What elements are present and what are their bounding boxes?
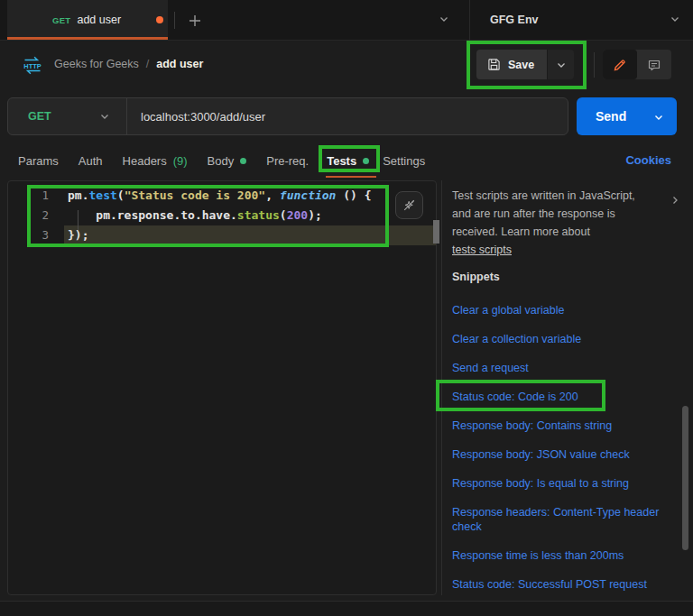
breadcrumb-separator: /	[146, 58, 149, 70]
http-request-icon: HTTP	[22, 55, 43, 76]
panel-scrollbar[interactable]	[682, 406, 688, 550]
description-line: Test scripts are written in JavaScript,	[452, 187, 667, 205]
save-button-group: Save	[476, 50, 574, 79]
unsaved-changes-dot	[156, 16, 163, 23]
snippet-link[interactable]: Response body: Contains string	[452, 418, 678, 433]
code-token: pm.	[68, 188, 88, 202]
request-tab-tests[interactable]: Tests	[327, 150, 369, 171]
method-value: GET	[28, 110, 51, 123]
request-tabs: ParamsAuthHeaders(9)BodyPre-req.TestsSet…	[0, 144, 693, 177]
plus-icon	[189, 14, 201, 27]
tab-bar: GET add user GFG Env	[0, 0, 693, 41]
postman-app: GET add user GFG Env HTTP Geeks for Geek…	[0, 0, 693, 616]
code-line: 2 pm.response.to.have.status(200);	[8, 206, 436, 225]
snippet-link[interactable]: Response headers: Content-Type header ch…	[452, 505, 678, 534]
indent-guide	[78, 210, 79, 230]
tab-method-badge: GET	[52, 15, 70, 25]
code-text: pm.response.to.have.status(200);	[64, 206, 436, 225]
code-area: 1pm.test("Status code is 200", function …	[8, 186, 436, 245]
description-line: received. Learn more about	[452, 223, 667, 241]
code-token: });	[68, 228, 88, 242]
annotation-box-snippet	[436, 380, 605, 411]
code-token: 200	[287, 208, 308, 222]
environment-name: GFG Env	[490, 14, 538, 26]
comments-button[interactable]	[637, 50, 671, 79]
request-tab-settings[interactable]: Settings	[383, 150, 425, 171]
tests-scripts-link[interactable]: tests scripts	[452, 244, 512, 256]
code-token: );	[308, 208, 322, 222]
snippets-title: Snippets	[452, 271, 500, 283]
send-button[interactable]: Send	[577, 97, 677, 135]
line-number: 1	[8, 186, 64, 206]
code-token: ,	[265, 188, 280, 202]
snippet-link[interactable]: Response time is less than 200ms	[452, 548, 678, 563]
tab-title: add user	[77, 14, 121, 26]
environment-divider	[469, 0, 470, 41]
postbot-button[interactable]	[395, 191, 423, 219]
request-tab-params[interactable]: Params	[18, 150, 59, 171]
snippet-link[interactable]: Send a request	[452, 361, 678, 375]
snippet-link[interactable]: Status code: Code is 200	[452, 390, 678, 404]
tab-green-dot	[240, 158, 246, 164]
edit-documentation-button[interactable]	[603, 50, 637, 79]
url-input[interactable]: localhost:3000/add/user	[141, 110, 265, 124]
snippet-link[interactable]: Response body: JSON value check	[452, 447, 678, 462]
code-line: 1pm.test("Status code is 200", function …	[8, 186, 436, 206]
add-tab-button[interactable]	[182, 8, 207, 32]
snippet-link[interactable]: Clear a global variable	[452, 303, 678, 317]
url-input-container: GET localhost:3000/add/user	[7, 97, 568, 135]
send-label: Send	[596, 109, 626, 124]
svg-text:HTTP: HTTP	[23, 62, 41, 70]
request-meta-buttons	[603, 50, 671, 79]
code-token: function	[280, 188, 337, 202]
method-dropdown[interactable]: GET	[8, 98, 127, 134]
code-token: "Status code is 200"	[125, 188, 266, 202]
code-token: test	[88, 188, 116, 202]
postbot-icon	[402, 198, 417, 213]
request-tab-auth[interactable]: Auth	[79, 150, 103, 171]
test-script-editor[interactable]: 1pm.test("Status code is 200", function …	[7, 180, 437, 595]
save-options-chevron[interactable]	[547, 50, 574, 79]
breadcrumb-collection[interactable]: Geeks for Geeks	[54, 58, 139, 70]
request-tab-prereq[interactable]: Pre-req.	[266, 150, 309, 171]
main-area: 1pm.test("Status code is 200", function …	[0, 180, 693, 595]
save-button[interactable]: Save	[476, 50, 547, 79]
method-chevron-icon	[99, 111, 110, 122]
code-token: pm.response.to.have.	[68, 208, 237, 222]
send-options-chevron[interactable]	[653, 112, 664, 123]
snippet-link[interactable]: Status code: Successful POST request	[452, 577, 678, 592]
editor-scrollbar[interactable]	[433, 220, 439, 244]
code-token: (	[280, 208, 287, 222]
footer-bar	[0, 602, 693, 616]
tab-label: Settings	[383, 154, 425, 168]
tab-label: Tests	[327, 154, 356, 168]
code-token: status	[237, 208, 280, 222]
line-number: 2	[8, 206, 64, 225]
snippet-link[interactable]: Response body: Is equal to a string	[452, 476, 678, 491]
request-tab-body[interactable]: Body	[208, 150, 247, 171]
environment-selector[interactable]: GFG Env	[490, 0, 538, 40]
line-number: 3	[8, 225, 64, 245]
pencil-icon	[613, 58, 627, 72]
request-tab-headers[interactable]: Headers(9)	[123, 150, 188, 171]
breadcrumb: Geeks for Geeks / add user	[54, 58, 203, 70]
code-token: (	[117, 188, 125, 202]
tab-label: Params	[18, 154, 59, 168]
snippets-panel: Test scripts are written in JavaScript,a…	[442, 180, 693, 595]
save-label: Save	[508, 59, 534, 71]
save-icon	[487, 58, 501, 71]
request-header-row: HTTP Geeks for Geeks / add user Save	[0, 41, 693, 97]
tab-divider	[174, 12, 175, 29]
snippet-link[interactable]: Clear a collection variable	[452, 332, 678, 346]
breadcrumb-request-name: add user	[156, 58, 203, 70]
environment-chevron-icon[interactable]	[670, 14, 680, 24]
tab-list-chevron-icon[interactable]	[439, 14, 449, 24]
description-line: and are run after the response is	[452, 205, 667, 223]
tab-label: Auth	[79, 154, 103, 168]
collapse-panel-chevron-icon[interactable]	[670, 195, 680, 206]
comment-icon	[647, 58, 661, 72]
cookies-link[interactable]: Cookies	[625, 153, 671, 167]
code-text: });	[64, 225, 436, 245]
request-tab[interactable]: GET add user	[7, 0, 168, 40]
tab-count: (9)	[173, 154, 188, 168]
